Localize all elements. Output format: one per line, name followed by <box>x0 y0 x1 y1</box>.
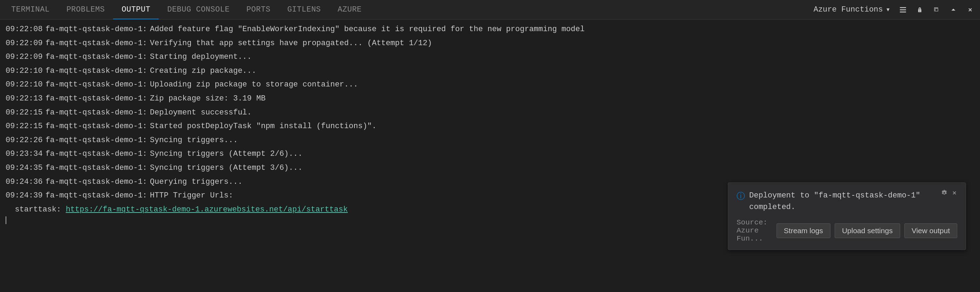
toast-title: Deployment to "fa-mqtt-qstask-demo-1" co… <box>749 190 937 213</box>
terminal-cursor <box>6 216 6 224</box>
copy-icon[interactable] <box>929 3 943 17</box>
toast-body: Source: Azure Fun... Stream logs Upload … <box>737 219 957 243</box>
tab-problems[interactable]: PROBLEMS <box>58 0 113 19</box>
log-line: 09:22:10 fa-mqtt-qstask-demo-1: Creating… <box>6 64 974 78</box>
tab-azure[interactable]: AZURE <box>329 0 370 19</box>
log-line: 09:22:09 fa-mqtt-qstask-demo-1: Starting… <box>6 50 974 64</box>
log-line: 09:22:10 fa-mqtt-qstask-demo-1: Uploadin… <box>6 78 974 92</box>
toast-header: ⓘ Deployment to "fa-mqtt-qstask-demo-1" … <box>737 190 957 213</box>
list-icon[interactable] <box>896 3 910 17</box>
lock-icon[interactable] <box>913 3 927 17</box>
tab-terminal[interactable]: TERMINAL <box>3 0 58 19</box>
output-source-dropdown[interactable]: Azure Functions ▾ <box>811 3 893 16</box>
tab-bar-right: Azure Functions ▾ <box>811 3 977 17</box>
tab-gitlens[interactable]: GITLENS <box>279 0 329 19</box>
chevron-down-icon: ▾ <box>886 5 890 14</box>
view-output-button[interactable]: View output <box>904 224 957 238</box>
upload-settings-button[interactable]: Upload settings <box>835 224 900 238</box>
svg-rect-2 <box>900 11 906 13</box>
log-line: 09:24:35 fa-mqtt-qstask-demo-1: Syncing … <box>6 161 974 175</box>
log-line: 09:22:15 fa-mqtt-qstask-demo-1: Deployme… <box>6 106 974 120</box>
log-line: 09:22:13 fa-mqtt-qstask-demo-1: Zip pack… <box>6 92 974 106</box>
tab-output[interactable]: OUTPUT <box>113 0 159 19</box>
info-icon: ⓘ <box>737 190 745 202</box>
tab-debug-console[interactable]: DEBUG CONSOLE <box>159 0 238 19</box>
close-panel-icon[interactable] <box>963 3 977 17</box>
notification-toast: ⓘ Deployment to "fa-mqtt-qstask-demo-1" … <box>728 182 966 250</box>
trigger-url-link[interactable]: https://fa-mqtt-qstask-demo-1.azurewebsi… <box>66 203 348 217</box>
svg-rect-1 <box>900 9 906 10</box>
log-line: 09:22:09 fa-mqtt-qstask-demo-1: Verifyin… <box>6 36 974 51</box>
svg-rect-0 <box>900 7 906 8</box>
tab-bar: TERMINAL PROBLEMS OUTPUT DEBUG CONSOLE P… <box>0 0 980 20</box>
toast-source: Source: Azure Fun... <box>737 219 771 243</box>
log-line: 09:22:26 fa-mqtt-qstask-demo-1: Syncing … <box>6 133 974 148</box>
output-source-label: Azure Functions <box>814 5 883 14</box>
log-line: 09:22:08 fa-mqtt-qstask-demo-1: Added fe… <box>6 22 974 36</box>
log-line: 09:22:15 fa-mqtt-qstask-demo-1: Started … <box>6 119 974 133</box>
output-content: 09:22:08 fa-mqtt-qstask-demo-1: Added fe… <box>0 20 980 292</box>
settings-icon[interactable] <box>941 190 947 198</box>
panel-container: TERMINAL PROBLEMS OUTPUT DEBUG CONSOLE P… <box>0 0 980 292</box>
log-line: 09:23:34 fa-mqtt-qstask-demo-1: Syncing … <box>6 147 974 161</box>
stream-logs-button[interactable]: Stream logs <box>776 224 830 238</box>
toast-actions: Stream logs Upload settings View output <box>776 224 957 238</box>
chevron-up-icon[interactable] <box>947 3 960 17</box>
toast-close-button[interactable] <box>951 190 957 198</box>
tab-ports[interactable]: PORTS <box>238 0 279 19</box>
